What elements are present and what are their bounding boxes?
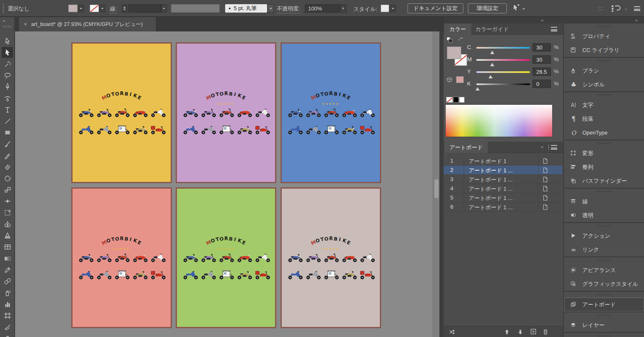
move-down-icon[interactable] bbox=[517, 328, 524, 336]
fill-proxy-swatch[interactable] bbox=[447, 47, 461, 59]
preferences-button[interactable]: 環境設定 bbox=[468, 3, 507, 13]
rearrange-artboards-icon[interactable] bbox=[449, 328, 456, 336]
paintbrush-tool[interactable] bbox=[2, 139, 13, 150]
group-grip[interactable] bbox=[564, 257, 644, 263]
dock1-collapse-chevron[interactable]: » bbox=[541, 18, 543, 23]
eyedropper-tool[interactable] bbox=[2, 264, 13, 275]
isolate-selection-icon[interactable] bbox=[512, 4, 521, 12]
dock-item-transform[interactable]: 変形 bbox=[564, 146, 644, 160]
tools-grip[interactable] bbox=[3, 26, 12, 28]
type-tool[interactable] bbox=[2, 104, 13, 115]
canvas[interactable]: MOTORBIKE★★★★★ bbox=[15, 31, 439, 337]
perspective-grid-tool[interactable] bbox=[2, 230, 13, 241]
dock-item-cc-libraries[interactable]: CC ライブラリ bbox=[564, 43, 644, 57]
group-grip[interactable] bbox=[564, 23, 644, 29]
artboard-row-2[interactable]: 2 アートボード 1 ... bbox=[444, 166, 562, 175]
direct-selection-tool[interactable] bbox=[2, 36, 13, 47]
tab-color[interactable]: カラー bbox=[444, 23, 471, 35]
rotate-tool[interactable] bbox=[2, 173, 13, 184]
slice-tool[interactable] bbox=[2, 322, 13, 333]
artboard-row-4[interactable]: 4 アートボード 1 ... bbox=[444, 184, 562, 193]
stroke-color-dropdown[interactable] bbox=[99, 5, 105, 12]
delete-artboard-icon[interactable] bbox=[543, 328, 549, 336]
line-segment-tool[interactable] bbox=[2, 116, 13, 127]
control-bar-grip[interactable] bbox=[3, 4, 4, 13]
column-graph-tool[interactable] bbox=[2, 299, 13, 310]
artboard-tool[interactable] bbox=[2, 310, 13, 321]
dock-item-align[interactable]: 整列 bbox=[564, 160, 644, 174]
selection-tool[interactable] bbox=[2, 47, 13, 58]
free-transform-tool[interactable] bbox=[2, 207, 13, 218]
artboard-3[interactable]: MOTORBIKE★★★★★ bbox=[282, 44, 380, 182]
dock-item-opentype[interactable]: OOpenType bbox=[564, 126, 644, 140]
dock-item-layers[interactable]: レイヤー bbox=[564, 318, 644, 332]
artboard-row-5[interactable]: 5 アートボード 1 ... bbox=[444, 193, 562, 202]
slider-thumb-M[interactable] bbox=[490, 61, 494, 66]
artboard-row-6[interactable]: 6 アートボード 1 ... bbox=[444, 202, 562, 212]
style-dropdown[interactable] bbox=[390, 5, 396, 12]
style-swatch[interactable] bbox=[381, 5, 389, 12]
stroke-weight-dropdown[interactable] bbox=[161, 4, 167, 13]
stroke-weight-stepper[interactable] bbox=[122, 4, 127, 13]
dock-item-links[interactable]: ∞リンク bbox=[564, 243, 644, 257]
width-profile-field[interactable] bbox=[171, 4, 220, 13]
tab-color-guide[interactable]: カラーガイド bbox=[470, 23, 514, 35]
artboard-5[interactable]: MOTORBIKE★★★★★ bbox=[177, 189, 275, 327]
group-grip[interactable] bbox=[564, 189, 644, 194]
slider-track-C[interactable] bbox=[476, 47, 530, 49]
slider-track-Y[interactable] bbox=[476, 71, 530, 73]
fill-color-dropdown[interactable] bbox=[78, 5, 84, 12]
magic-wand-tool[interactable] bbox=[2, 59, 13, 70]
scale-tool[interactable] bbox=[2, 184, 13, 195]
document-setup-button[interactable]: ドキュメント設定 bbox=[408, 3, 463, 13]
dock-item-properties[interactable]: プロパティ bbox=[564, 29, 644, 43]
artboard-4[interactable]: MOTORBIKE★★★★★ bbox=[73, 189, 171, 327]
new-artboard-icon[interactable] bbox=[530, 328, 537, 335]
page-icon[interactable] bbox=[543, 204, 549, 211]
brush-dropdown[interactable] bbox=[267, 4, 274, 13]
slider-value-M[interactable]: 30 bbox=[532, 55, 551, 64]
white-swatch[interactable] bbox=[459, 97, 465, 103]
tab-close-icon[interactable]: × bbox=[24, 21, 27, 27]
page-icon[interactable] bbox=[543, 158, 549, 165]
slider-thumb-C[interactable] bbox=[490, 49, 494, 54]
slider-thumb-K[interactable] bbox=[475, 85, 480, 91]
slider-value-K[interactable]: 0 bbox=[532, 80, 551, 88]
app-grid-icon[interactable] bbox=[597, 5, 603, 12]
group-grip[interactable] bbox=[564, 333, 644, 337]
eraser-tool[interactable] bbox=[2, 161, 13, 172]
page-icon[interactable] bbox=[543, 185, 549, 192]
opacity-options-button[interactable] bbox=[340, 4, 347, 13]
workspace-icon[interactable] bbox=[611, 5, 622, 12]
dock-item-actions[interactable]: アクション bbox=[564, 229, 644, 243]
slider-value-Y[interactable]: 26.5 bbox=[532, 67, 551, 76]
shape-builder-tool[interactable] bbox=[2, 219, 13, 230]
dock-item-paragraph[interactable]: ¶段落 bbox=[564, 112, 644, 126]
artboard-row-3[interactable]: 3 アートボード 1 ... bbox=[444, 175, 562, 184]
artboard-row-1[interactable]: 1 アートボード 1 bbox=[444, 156, 562, 166]
dock-item-graphic-styles[interactable]: グラフィックスタイル bbox=[564, 277, 644, 291]
black-swatch[interactable] bbox=[453, 97, 459, 103]
mesh-tool[interactable] bbox=[2, 241, 13, 252]
dock-item-character[interactable]: 文字 bbox=[564, 98, 644, 112]
color-spectrum[interactable] bbox=[445, 104, 553, 137]
symbol-sprayer-tool[interactable] bbox=[2, 288, 13, 298]
group-grip[interactable] bbox=[564, 92, 644, 98]
group-grip[interactable] bbox=[564, 312, 644, 318]
dock-item-artboards[interactable]: アートボード bbox=[564, 298, 644, 311]
brush-definition-field[interactable]: ● 5 pt. 丸筆 bbox=[225, 4, 267, 13]
page-icon[interactable] bbox=[543, 176, 549, 183]
dock-item-pathfinder[interactable]: パスファインダー bbox=[564, 174, 644, 188]
slider-value-C[interactable]: 30 bbox=[532, 43, 551, 52]
artboards-panel-chevron[interactable]: » bbox=[541, 144, 543, 149]
opacity-label[interactable]: 不透明度: bbox=[277, 5, 300, 13]
blend-tool[interactable] bbox=[2, 276, 13, 287]
slider-track-M[interactable] bbox=[476, 59, 530, 61]
hand-tool[interactable] bbox=[2, 333, 13, 337]
gradient-tool[interactable] bbox=[2, 253, 13, 264]
color-panel-menu-icon[interactable] bbox=[551, 27, 557, 31]
move-up-icon[interactable] bbox=[504, 328, 511, 336]
tab-artboards[interactable]: アートボード bbox=[444, 142, 488, 153]
stroke-label[interactable]: 線: bbox=[110, 5, 117, 13]
shaper-tool[interactable] bbox=[2, 150, 13, 161]
